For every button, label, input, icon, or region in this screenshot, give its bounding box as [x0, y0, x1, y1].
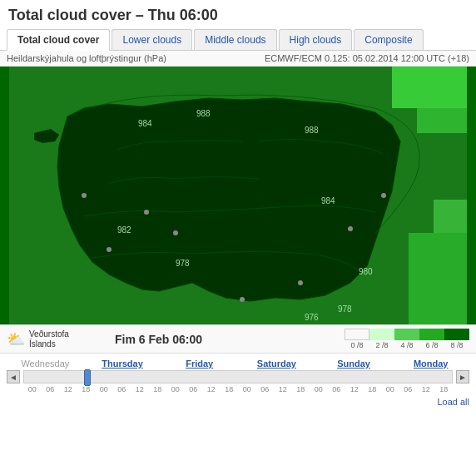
svg-point-12	[107, 247, 112, 252]
timeline-section: Wednesday Thursday Friday Saturday Sunda…	[0, 354, 476, 393]
time-display: Fim 6 Feb 06:00	[115, 333, 206, 346]
svg-point-13	[173, 230, 178, 235]
logo-text: Veðurstofa Íslands	[29, 329, 69, 349]
day-label-monday[interactable]: Monday	[392, 359, 469, 369]
legend-item-0: 0 /8	[345, 329, 369, 349]
tab-high-clouds[interactable]: High clouds	[279, 29, 353, 50]
hour-labels: 00 06 12 18 00 06 12 18 00 06 12 18 00 0…	[7, 385, 469, 393]
map-header: Heildarskýjahula og loftþrýstingur (hPa)…	[0, 51, 476, 67]
hour-group: 00 06 12 18	[381, 385, 453, 393]
day-labels: Wednesday Thursday Friday Saturday Sunda…	[7, 359, 469, 369]
svg-text:984: 984	[138, 119, 152, 128]
arrow-left-button[interactable]: ◄	[7, 370, 20, 383]
legend-item-2: 4 /8	[394, 329, 419, 349]
legend-item-1: 2 /8	[369, 329, 394, 349]
map-header-right: ECMWF/ECM 0.125: 05.02.2014 12:00 UTC (+…	[265, 53, 469, 63]
slider-row: ◄ ►	[7, 370, 469, 383]
svg-rect-1	[392, 67, 467, 108]
hour-group: 00 06 12 18	[23, 385, 95, 393]
slider-track[interactable]	[23, 370, 453, 383]
map-header-left: Heildarskýjahula og loftþrýstingur (hPa)	[7, 53, 166, 63]
hour-group: 00 06 12 18	[166, 385, 238, 393]
svg-text:978: 978	[176, 259, 190, 268]
tab-composite[interactable]: Composite	[354, 29, 423, 50]
legend: 0 /8 2 /8 4 /8 6 /8 8 /8	[215, 329, 469, 349]
day-label-friday[interactable]: Friday	[161, 359, 238, 369]
legend-item-4: 8 /8	[444, 329, 469, 349]
svg-text:980: 980	[359, 267, 373, 276]
tab-total-cloud-cover[interactable]: Total cloud cover	[7, 29, 110, 51]
page-title: Total cloud cover – Thu 06:00	[0, 0, 476, 29]
map-footer: ⛅ Veðurstofa Íslands Fim 6 Feb 06:00 0 /…	[0, 324, 476, 354]
load-all-row: Load all	[0, 393, 476, 410]
svg-point-19	[82, 193, 87, 198]
day-label-thursday[interactable]: Thursday	[84, 359, 161, 369]
logo-icon: ⛅	[7, 330, 25, 349]
day-label-wednesday: Wednesday	[7, 359, 84, 369]
svg-text:982: 982	[117, 225, 131, 235]
svg-rect-2	[417, 108, 467, 133]
tab-middle-clouds[interactable]: Middle clouds	[194, 29, 276, 50]
tab-lower-clouds[interactable]: Lower clouds	[112, 29, 192, 50]
legend-item-3: 6 /8	[419, 329, 444, 349]
svg-point-16	[348, 226, 353, 231]
svg-point-14	[240, 297, 245, 302]
day-label-sunday[interactable]: Sunday	[315, 359, 393, 369]
svg-text:988: 988	[305, 126, 319, 135]
svg-text:988: 988	[196, 109, 211, 118]
day-label-saturday[interactable]: Saturday	[238, 359, 315, 369]
hour-group: 00 06 12 18	[238, 385, 310, 393]
svg-point-15	[298, 280, 303, 285]
logo-area: ⛅ Veðurstofa Íslands	[7, 329, 107, 349]
svg-point-18	[144, 210, 149, 215]
hour-group: 00 06 12 18	[95, 385, 166, 393]
arrow-right-button[interactable]: ►	[456, 370, 469, 383]
map-container: 984 988 988 984 980 978 976 982 978	[0, 67, 476, 324]
load-all-link[interactable]: Load all	[437, 397, 469, 407]
hour-group: 00 06 12 18	[310, 385, 381, 393]
slider-thumb[interactable]	[84, 369, 91, 386]
svg-text:978: 978	[338, 304, 352, 314]
svg-text:976: 976	[305, 313, 319, 322]
tabs-bar: Total cloud cover Lower clouds Middle cl…	[0, 29, 476, 51]
svg-point-17	[381, 193, 386, 198]
svg-text:984: 984	[321, 196, 335, 205]
